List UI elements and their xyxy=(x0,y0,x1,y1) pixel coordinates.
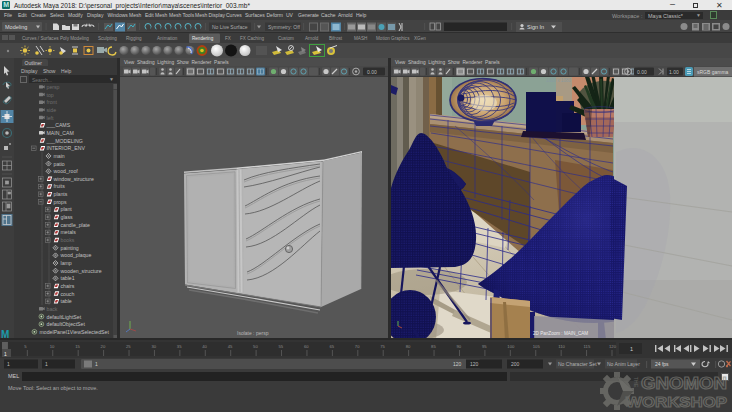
svg-text:Modeling: Modeling xyxy=(5,24,27,30)
svg-text:40: 40 xyxy=(202,344,207,349)
svg-text:200: 200 xyxy=(511,361,520,367)
svg-text:painting: painting xyxy=(61,245,79,251)
svg-text:Rendering: Rendering xyxy=(192,36,214,41)
svg-text:candle_plate: candle_plate xyxy=(61,222,91,228)
svg-text:top: top xyxy=(47,92,54,98)
svg-text:back: back xyxy=(47,306,58,312)
svg-text:left: left xyxy=(47,115,54,121)
svg-text:105: 105 xyxy=(533,344,541,349)
svg-text:120: 120 xyxy=(453,361,462,367)
svg-text:Isolate : persp: Isolate : persp xyxy=(237,330,269,336)
svg-text:FX: FX xyxy=(225,36,231,41)
svg-text:110: 110 xyxy=(558,344,565,349)
svg-text:No Anim Layer: No Anim Layer xyxy=(607,361,640,367)
svg-text:Sculpting: Sculpting xyxy=(98,36,117,41)
svg-text:1: 1 xyxy=(95,361,98,367)
svg-text:XGen: XGen xyxy=(414,36,426,41)
svg-text:fruits: fruits xyxy=(54,183,66,189)
svg-text:wood_roof: wood_roof xyxy=(54,168,79,174)
svg-text:30: 30 xyxy=(151,344,156,349)
svg-text:plants: plants xyxy=(54,191,68,197)
svg-text:No Character Set: No Character Set xyxy=(558,361,597,367)
svg-text:115: 115 xyxy=(584,344,591,349)
svg-text:25: 25 xyxy=(126,344,131,349)
svg-text:24 fps: 24 fps xyxy=(655,361,669,367)
svg-text:120: 120 xyxy=(470,361,479,367)
svg-text:Symmetry: Off: Symmetry: Off xyxy=(268,24,300,30)
svg-text:65: 65 xyxy=(329,344,334,349)
svg-text:Bifrost: Bifrost xyxy=(329,36,343,41)
svg-text:sRGB gamma: sRGB gamma xyxy=(697,69,729,75)
svg-text:INTERIOR_ENV: INTERIOR_ENV xyxy=(47,145,86,151)
svg-text:metals: metals xyxy=(61,229,77,235)
svg-text:85: 85 xyxy=(431,344,436,349)
svg-text:Sign In: Sign In xyxy=(527,24,544,30)
svg-text:1: 1 xyxy=(4,351,7,357)
svg-text:___MODELING: ___MODELING xyxy=(46,138,83,144)
svg-text:100: 100 xyxy=(507,344,515,349)
svg-text:120: 120 xyxy=(609,344,617,349)
svg-text:modelPanel1ViewSelectedSet: modelPanel1ViewSelectedSet xyxy=(40,329,110,335)
svg-text:front: front xyxy=(47,99,58,105)
svg-text:95: 95 xyxy=(482,344,487,349)
svg-text:table1: table1 xyxy=(61,275,75,281)
svg-text:lamp: lamp xyxy=(61,260,72,266)
svg-text:90: 90 xyxy=(456,344,461,349)
svg-text:Poly Modeling: Poly Modeling xyxy=(60,36,89,41)
svg-text:defaultLightSet: defaultLightSet xyxy=(47,314,82,320)
svg-text:70: 70 xyxy=(355,344,360,349)
svg-text:Curves / Surfaces: Curves / Surfaces xyxy=(22,36,59,41)
svg-text:MAIN_CAM: MAIN_CAM xyxy=(47,130,74,136)
svg-text:glass: glass xyxy=(61,214,74,220)
svg-text:15: 15 xyxy=(75,344,80,349)
svg-text:1: 1 xyxy=(45,361,48,367)
svg-text:Custom: Custom xyxy=(278,36,294,41)
svg-text:side: side xyxy=(47,107,57,113)
svg-text:75: 75 xyxy=(380,344,385,349)
svg-text:1: 1 xyxy=(630,346,633,352)
svg-text:Arnold: Arnold xyxy=(305,36,319,41)
svg-text:1920 x 1080: 1920 x 1080 xyxy=(546,78,571,83)
svg-text:45: 45 xyxy=(228,344,233,349)
svg-text:Animation: Animation xyxy=(157,36,178,41)
svg-text:1: 1 xyxy=(7,361,10,367)
svg-text:0.00: 0.00 xyxy=(367,69,377,75)
svg-text:Motion Graphics: Motion Graphics xyxy=(376,36,410,41)
svg-text:couch: couch xyxy=(61,291,75,297)
svg-text:books: books xyxy=(61,237,75,243)
svg-text:Rigging: Rigging xyxy=(126,36,142,41)
svg-text:wooden_structure: wooden_structure xyxy=(61,268,102,274)
svg-text:0.00: 0.00 xyxy=(637,69,647,75)
svg-text:defaultObjectSet: defaultObjectSet xyxy=(47,321,86,327)
svg-text:50: 50 xyxy=(253,344,258,349)
svg-text:10: 10 xyxy=(50,344,55,349)
svg-text:plant: plant xyxy=(61,206,73,212)
svg-text:table: table xyxy=(61,298,72,304)
svg-text:35: 35 xyxy=(177,344,182,349)
svg-text:55: 55 xyxy=(279,344,284,349)
svg-text:props: props xyxy=(54,199,67,205)
svg-text:60: 60 xyxy=(304,344,309,349)
svg-text:THE: THE xyxy=(633,377,639,388)
svg-text:persp: persp xyxy=(47,84,60,90)
svg-text:wood_plaque: wood_plaque xyxy=(61,252,92,258)
svg-text:WORKSHOP: WORKSHOP xyxy=(626,393,727,410)
svg-text:20: 20 xyxy=(101,344,106,349)
svg-text:MASH: MASH xyxy=(354,36,367,41)
svg-text:chairs: chairs xyxy=(61,283,75,289)
svg-text:FX Caching: FX Caching xyxy=(240,36,264,41)
svg-text:1.00: 1.00 xyxy=(669,69,679,75)
svg-text:2D PanZoom : MAIN_CAM: 2D PanZoom : MAIN_CAM xyxy=(533,331,588,336)
svg-text:GNOMON: GNOMON xyxy=(641,375,727,392)
svg-text:patio: patio xyxy=(54,161,65,167)
svg-text:window_structure: window_structure xyxy=(54,176,94,182)
svg-text:___CAMS: ___CAMS xyxy=(46,122,71,128)
svg-text:80: 80 xyxy=(406,344,411,349)
svg-text:No Live Surface: No Live Surface xyxy=(212,24,248,30)
svg-text:main: main xyxy=(54,153,65,159)
